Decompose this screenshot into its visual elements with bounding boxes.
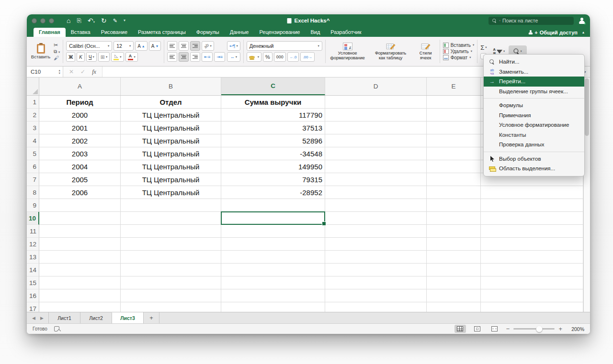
name-box[interactable]: C10 ▲▼ (27, 66, 63, 77)
row-header-17[interactable]: 17 (27, 302, 39, 312)
cell-C13[interactable] (221, 251, 325, 264)
cell-C1[interactable]: Сумма выручки (221, 96, 325, 109)
menu-item-Перейти-[interactable]: →Перейти... (484, 77, 584, 87)
cell-C7[interactable]: 79315 (221, 173, 325, 186)
cell-B17[interactable] (121, 302, 221, 312)
cell-A16[interactable] (39, 289, 121, 302)
row-header-9[interactable]: 9 (27, 199, 39, 212)
menu-item-Условное-форматирование[interactable]: Условное форматирование (484, 120, 584, 130)
sheet-tab-Лист2[interactable]: Лист2 (80, 312, 112, 323)
row-header-15[interactable]: 15 (27, 276, 39, 289)
percent-format-button[interactable]: % (263, 52, 272, 62)
currency-format-button[interactable]: ▾ (247, 52, 261, 62)
column-header-B[interactable]: B (121, 77, 221, 95)
cell-B3[interactable]: ТЦ Центральный (121, 121, 221, 134)
thousands-format-button[interactable]: 000 (274, 52, 286, 62)
ribbon-tab-Данные[interactable]: Данные (225, 28, 254, 37)
sheet-tab-Лист3[interactable]: Лист3 (112, 312, 144, 323)
cell-B9[interactable] (121, 199, 221, 212)
save-sync-icon[interactable]: ⎘ (77, 17, 81, 24)
select-all-corner[interactable] (27, 77, 39, 95)
cell-D14[interactable] (325, 264, 427, 276)
cell-C9[interactable] (221, 199, 325, 212)
menu-item-Область-выделения-[interactable]: Область выделения... (484, 164, 584, 174)
align-center-button[interactable] (179, 52, 189, 62)
prev-sheet-icon[interactable]: ◀ (32, 316, 35, 320)
cell-E3[interactable] (427, 121, 481, 134)
cell-B10[interactable] (121, 212, 221, 225)
font-name-select[interactable]: Calibri (Осн...▾ (66, 41, 112, 51)
cell-B7[interactable]: ТЦ Центральный (121, 173, 221, 186)
cell-D8[interactable] (325, 186, 427, 199)
cell-A3[interactable]: 2001 (39, 121, 121, 134)
menu-item-Примечания[interactable]: Примечания (484, 110, 584, 121)
menu-item-Проверка-данных[interactable]: Проверка данных (484, 140, 584, 150)
decrease-indent-button[interactable]: ⇤≡ (202, 52, 213, 62)
cut-button[interactable]: ✂ (54, 42, 58, 48)
align-bottom-button[interactable] (190, 41, 200, 51)
cell-F10[interactable] (481, 212, 583, 225)
cell-E14[interactable] (427, 264, 481, 276)
cell-B6[interactable]: ТЦ Центральный (121, 160, 221, 173)
cell-E15[interactable] (427, 276, 481, 289)
decrease-font-button[interactable]: A▼ (149, 41, 161, 51)
cell-E10[interactable] (427, 212, 481, 225)
font-size-select[interactable]: 12▾ (114, 41, 134, 51)
conditional-formatting-button[interactable]: ≠ Условное форматирование (329, 42, 367, 62)
cell-B13[interactable] (121, 251, 221, 264)
share-button[interactable]: + Общий доступ (527, 29, 578, 35)
cell-styles-button[interactable]: Стили ячеек (415, 42, 437, 62)
cell-A12[interactable] (39, 238, 121, 251)
italic-button[interactable]: K (77, 52, 85, 62)
zoom-in-button[interactable]: + (558, 325, 562, 332)
normal-view-button[interactable] (454, 325, 466, 333)
cell-C17[interactable] (221, 302, 325, 312)
cancel-entry-icon[interactable]: ✕ (69, 68, 74, 75)
increase-font-button[interactable]: A▲ (135, 41, 148, 51)
align-right-button[interactable] (190, 52, 200, 62)
sheet-search-input[interactable]: ▾ Поиск на листе (488, 17, 574, 25)
cell-B8[interactable]: ТЦ Центральный (121, 186, 221, 199)
cell-C14[interactable] (221, 264, 325, 276)
undo-button[interactable]: ↶▾ (88, 17, 95, 24)
row-header-11[interactable]: 11 (27, 225, 39, 238)
cell-F15[interactable] (481, 276, 583, 289)
menu-item-Найти-[interactable]: Найти... (484, 57, 584, 67)
cell-E6[interactable] (427, 160, 481, 173)
zoom-window-button[interactable] (49, 18, 54, 23)
cell-D11[interactable] (325, 225, 427, 238)
ribbon-tab-Разметка страницы[interactable]: Разметка страницы (133, 28, 191, 37)
ribbon-tab-Рисование[interactable]: Рисование (96, 28, 133, 37)
row-header-12[interactable]: 12 (27, 238, 39, 251)
row-header-7[interactable]: 7 (27, 173, 39, 186)
name-box-spinner[interactable]: ▲▼ (58, 69, 61, 75)
cell-F9[interactable] (481, 199, 583, 212)
cell-D7[interactable] (325, 173, 427, 186)
cell-D5[interactable] (325, 147, 427, 160)
edit-icon[interactable]: ✎ (113, 18, 117, 24)
cell-B14[interactable] (121, 264, 221, 276)
row-header-14[interactable]: 14 (27, 264, 39, 276)
zoom-slider-thumb[interactable] (536, 326, 542, 332)
column-header-D[interactable]: D (325, 77, 427, 95)
next-sheet-icon[interactable]: ▶ (40, 316, 44, 320)
ribbon-tab-Формулы[interactable]: Формулы (191, 28, 225, 37)
borders-button[interactable]: ⊞▾ (98, 52, 110, 62)
cell-A1[interactable]: Период (39, 96, 121, 109)
row-header-4[interactable]: 4 (27, 134, 39, 147)
cell-B16[interactable] (121, 289, 221, 302)
column-header-C[interactable]: C (221, 77, 325, 95)
align-top-button[interactable] (167, 41, 177, 51)
fill-color-button[interactable]: ◺▾ (111, 52, 124, 62)
cell-F8[interactable] (481, 186, 583, 199)
menu-item-Выделение-группы-ячеек-[interactable]: Выделение группы ячеек... (484, 87, 584, 97)
insert-cells-button[interactable]: Вставить▾ (443, 43, 475, 48)
cell-B12[interactable] (121, 238, 221, 251)
row-header-6[interactable]: 6 (27, 160, 39, 173)
cell-D12[interactable] (325, 238, 427, 251)
cell-A4[interactable]: 2002 (39, 134, 121, 147)
ribbon-tab-Главная[interactable]: Главная (34, 28, 66, 37)
ribbon-tab-Вид[interactable]: Вид (305, 28, 325, 37)
cell-E4[interactable] (427, 134, 481, 147)
cell-F17[interactable] (481, 302, 583, 312)
